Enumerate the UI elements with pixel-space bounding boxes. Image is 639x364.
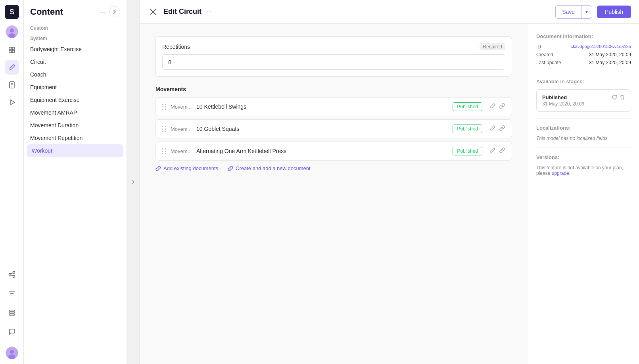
save-label[interactable]: Save bbox=[556, 6, 581, 18]
edit-movement-2-icon[interactable] bbox=[489, 125, 496, 133]
info-panel: Document information: ID ckavdpbgo132801… bbox=[528, 24, 639, 364]
sidebar-item-movement-amrap[interactable]: Movement AMRAP bbox=[24, 106, 127, 119]
sidebar-dots[interactable]: ··· bbox=[100, 8, 106, 16]
drag-handle-1[interactable] bbox=[162, 104, 167, 110]
svg-point-15 bbox=[13, 272, 15, 274]
repetitions-required-badge: Required bbox=[480, 43, 505, 50]
sidebar-item-workout[interactable]: Workout bbox=[27, 144, 123, 157]
info-divider-2 bbox=[536, 118, 631, 119]
create-new-link[interactable]: Create and add a new document bbox=[228, 165, 311, 171]
panel-divider[interactable] bbox=[127, 0, 140, 364]
svg-line-17 bbox=[11, 273, 13, 274]
link-movement-3-icon[interactable] bbox=[499, 147, 505, 155]
user-avatar-bottom[interactable] bbox=[6, 347, 18, 359]
svg-rect-24 bbox=[9, 314, 15, 315]
edit-movement-1-icon[interactable] bbox=[489, 103, 496, 111]
nav-bar: S bbox=[0, 0, 24, 364]
publish-button[interactable]: Publish bbox=[597, 6, 631, 18]
stage-delete-icon[interactable] bbox=[620, 94, 625, 101]
movement-status-3: Published bbox=[453, 147, 482, 155]
repetitions-input[interactable] bbox=[162, 54, 505, 70]
filter-nav-icon[interactable] bbox=[5, 286, 19, 301]
movements-section: Movements Movem... 10 Kettlebell Swings … bbox=[155, 86, 512, 171]
stage-info: Published 31 May 2020, 20:09 bbox=[542, 94, 584, 107]
system-section-label: System bbox=[24, 33, 127, 43]
add-existing-label: Add existing documents bbox=[163, 165, 218, 171]
svg-rect-7 bbox=[9, 50, 12, 53]
drag-handle-3[interactable] bbox=[162, 148, 167, 154]
movement-actions-1 bbox=[489, 103, 505, 111]
movement-name-3: Alternating One Arm Kettlebell Press bbox=[196, 148, 449, 154]
close-button[interactable] bbox=[148, 6, 159, 17]
repetitions-label: Repetitions bbox=[162, 44, 190, 50]
svg-rect-6 bbox=[12, 47, 15, 50]
flow-nav-icon[interactable] bbox=[5, 267, 19, 282]
list-nav-icon[interactable] bbox=[5, 305, 19, 320]
movement-row: Movem... 10 Kettlebell Swings Published bbox=[155, 97, 512, 116]
created-label: Created bbox=[536, 52, 553, 57]
custom-section-label: Custom bbox=[24, 22, 127, 33]
sidebar-item-circuit[interactable]: Circuit bbox=[24, 56, 127, 68]
created-row: Created 31 May 2020, 20:09 bbox=[536, 52, 631, 57]
sidebar-item-equipment[interactable]: Equipment bbox=[24, 81, 127, 94]
main-area: Edit Circuit ··· Save ▾ Publish Repetiti… bbox=[140, 0, 639, 364]
movement-type-3: Movem... bbox=[171, 148, 192, 154]
svg-rect-8 bbox=[12, 50, 15, 53]
upgrade-link[interactable]: upgrade bbox=[552, 171, 569, 176]
svg-line-18 bbox=[11, 275, 13, 276]
edit-nav-icon[interactable] bbox=[5, 60, 19, 75]
movement-status-2: Published bbox=[453, 125, 482, 133]
svg-point-27 bbox=[8, 354, 15, 359]
localizations-title: Localizations: bbox=[536, 125, 631, 131]
create-new-label: Create and add a new document bbox=[236, 165, 311, 171]
id-row: ID ckavdpbgo13280150wv1oa12b bbox=[536, 44, 631, 50]
save-dropdown-arrow[interactable]: ▾ bbox=[581, 6, 592, 18]
add-existing-link[interactable]: Add existing documents bbox=[155, 165, 218, 171]
last-update-value: 31 May 2020, 20:09 bbox=[589, 60, 631, 65]
play-nav-icon[interactable] bbox=[5, 95, 19, 109]
movement-status-1: Published bbox=[453, 102, 482, 111]
sidebar-item-bodyweight-exercise[interactable]: Bodyweight Exercise bbox=[24, 43, 127, 56]
edit-movement-3-icon[interactable] bbox=[489, 147, 496, 155]
sidebar-item-coach[interactable]: Coach bbox=[24, 68, 127, 81]
movement-type-2: Movem... bbox=[171, 126, 192, 132]
editor-title: Edit Circuit bbox=[163, 8, 201, 16]
svg-rect-22 bbox=[9, 310, 15, 311]
stage-actions bbox=[612, 94, 625, 101]
sidebar-header: Content ··· bbox=[24, 6, 127, 22]
svg-marker-13 bbox=[11, 100, 15, 105]
svg-point-3 bbox=[10, 29, 14, 33]
note-nav-icon[interactable] bbox=[5, 78, 19, 92]
layers-nav-icon[interactable] bbox=[5, 43, 19, 57]
svg-point-16 bbox=[13, 276, 15, 278]
sidebar-item-equipment-exercise[interactable]: Equipment Exercise bbox=[24, 94, 127, 106]
editor-dots[interactable]: ··· bbox=[206, 8, 212, 16]
svg-point-26 bbox=[10, 350, 14, 354]
sidebar-item-movement-duration[interactable]: Movement Duration bbox=[24, 119, 127, 132]
stage-card: Published 31 May 2020, 20:09 bbox=[536, 89, 631, 112]
save-button-group: Save ▾ bbox=[555, 5, 592, 19]
versions-note: This feature is not available on your pl… bbox=[536, 165, 631, 176]
sidebar-collapse-button[interactable] bbox=[109, 6, 120, 17]
link-movement-1-icon[interactable] bbox=[499, 103, 505, 111]
last-update-row: Last update 31 May 2020, 20:09 bbox=[536, 60, 631, 65]
document-info-title: Document information: bbox=[536, 33, 631, 39]
versions-title: Versions: bbox=[536, 154, 631, 160]
app-logo[interactable]: S bbox=[5, 5, 19, 19]
link-movement-2-icon[interactable] bbox=[499, 125, 505, 133]
sidebar-item-movement-repetition[interactable]: Movement Repetition bbox=[24, 132, 127, 144]
content-area: Repetitions Required Movements Movem... … bbox=[140, 24, 639, 364]
top-bar: Edit Circuit ··· Save ▾ Publish bbox=[140, 0, 639, 24]
movement-row: Movem... Alternating One Arm Kettlebell … bbox=[155, 142, 512, 161]
stage-refresh-icon[interactable] bbox=[612, 94, 617, 101]
add-links: Add existing documents Create and add a … bbox=[155, 165, 512, 171]
drag-handle-2[interactable] bbox=[162, 126, 167, 132]
stage-date: 31 May 2020, 20:09 bbox=[542, 101, 584, 107]
user-avatar-top[interactable] bbox=[6, 25, 18, 38]
svg-point-4 bbox=[8, 33, 15, 38]
svg-rect-5 bbox=[9, 47, 12, 50]
chat-nav-icon[interactable] bbox=[5, 324, 19, 339]
id-value: ckavdpbgo13280150wv1oa12b bbox=[571, 44, 631, 50]
movement-name-2: 10 Goblet Squats bbox=[196, 126, 449, 132]
last-update-label: Last update bbox=[536, 60, 561, 65]
